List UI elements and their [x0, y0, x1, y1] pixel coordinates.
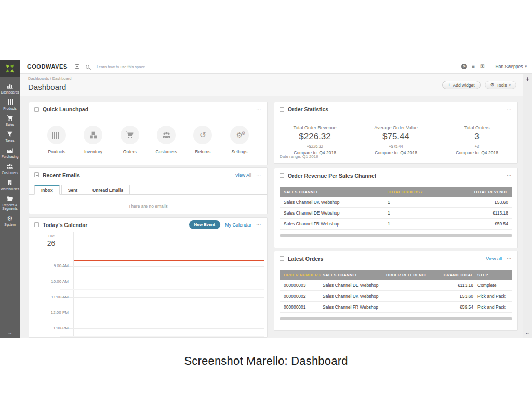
- sidebar-item-sales[interactable]: Sales: [0, 113, 20, 129]
- table-row[interactable]: 000000002 Sales Channel UK Webshop £53.6…: [280, 291, 512, 302]
- sidebar-item-warehouses[interactable]: Warehouses: [0, 177, 20, 193]
- time-label: 10:00 AM: [29, 279, 69, 284]
- gear-icon: ⚙: [490, 83, 495, 87]
- cart-icon: [6, 115, 14, 122]
- table-row[interactable]: Sales Channel DE Webshop 1 €113.18: [280, 208, 512, 219]
- column-order-reference[interactable]: ORDER REFERENCE: [386, 273, 438, 277]
- cell-step: Complete: [473, 283, 508, 288]
- column-total-orders[interactable]: TOTAL ORDERS▾: [388, 190, 466, 194]
- page-header: Dashboards / Dashboard Dashboard + Add w…: [20, 74, 523, 96]
- launchpad-item-customers[interactable]: Customers: [150, 126, 183, 154]
- cell-revenue: £53.60: [466, 200, 508, 205]
- widget-menu-icon[interactable]: ⋯: [507, 256, 512, 261]
- app-logo[interactable]: [0, 60, 20, 77]
- cell-channel: Sales Channel UK Webshop: [284, 200, 388, 205]
- launchpad-label: Customers: [156, 149, 177, 154]
- horizontal-scrollbar[interactable]: [280, 234, 512, 237]
- rail-add-icon[interactable]: +: [523, 76, 532, 82]
- widget-header: Order Statistics ⋯: [274, 102, 517, 116]
- table-row[interactable]: 000000001 Sales Channel FR Webshop €59.5…: [280, 302, 512, 313]
- launchpad-item-settings[interactable]: ⚙ Settings: [223, 126, 256, 154]
- column-total-revenue[interactable]: TOTAL REVENUE: [466, 190, 508, 194]
- sidebar-item-customers[interactable]: Customers: [0, 161, 20, 177]
- table-row[interactable]: Sales Channel UK Webshop 1 £53.60: [280, 197, 512, 208]
- sidebar-item-system[interactable]: ⚙ System: [0, 213, 20, 229]
- folder-icon: [6, 195, 14, 202]
- pinbar-icon[interactable]: [75, 64, 79, 69]
- view-all-link[interactable]: View all: [486, 256, 502, 261]
- collapse-icon[interactable]: [280, 173, 284, 178]
- widget-menu-icon[interactable]: ⋯: [507, 173, 512, 178]
- column-step[interactable]: STEP: [473, 273, 508, 277]
- tab-inbox[interactable]: Inbox: [34, 185, 60, 195]
- add-widget-label: Add widget: [453, 83, 475, 88]
- stat-label: Total Orders: [436, 125, 517, 130]
- collapse-icon[interactable]: [280, 256, 284, 261]
- navbar-right: ? ≡ ✉ Han Sweppes ▾: [461, 63, 527, 70]
- collapse-icon[interactable]: [34, 107, 39, 112]
- tools-button[interactable]: ⚙ Tools ▾: [485, 81, 516, 89]
- column-grand-total[interactable]: GRAND TOTAL: [438, 273, 473, 277]
- chevron-down-icon: ▾: [509, 83, 511, 87]
- widget-menu-icon[interactable]: ⋯: [256, 172, 262, 178]
- hour-line: [60, 297, 264, 298]
- help-icon[interactable]: ?: [461, 64, 467, 69]
- column-sales-channel[interactable]: SALES CHANNEL: [284, 190, 388, 194]
- stat-total-orders: Total Orders 3 +3 Compare to: Q4 2018: [436, 125, 517, 155]
- sidebar-item-reports-segments[interactable]: Reports & Segments: [0, 193, 20, 213]
- sidebar-item-label: Sales: [6, 123, 14, 126]
- widget-header: Today's Calendar New Event My Calendar ⋯: [29, 218, 267, 232]
- time-label: 11:00 AM: [29, 295, 69, 299]
- mail-icon[interactable]: ✉: [480, 64, 484, 69]
- collapse-icon[interactable]: [280, 107, 284, 112]
- tab-sent[interactable]: Sent: [61, 185, 84, 195]
- widget-menu-icon[interactable]: ⋯: [507, 107, 512, 112]
- rail-collapse-arrow-icon[interactable]: ←: [523, 329, 532, 335]
- my-calendar-link[interactable]: My Calendar: [225, 222, 251, 228]
- collapse-icon[interactable]: [34, 222, 39, 227]
- sidebar-item-purchasing[interactable]: Purchasing: [0, 145, 20, 161]
- table-row[interactable]: Sales Channel FR Webshop 1 €59.54: [280, 219, 512, 230]
- sidebar-item-label: Taxes: [6, 139, 15, 142]
- view-all-link[interactable]: View All: [235, 172, 251, 178]
- gear-icon: ⚙: [7, 215, 13, 222]
- tab-unread-emails[interactable]: Unread Emails: [86, 185, 130, 195]
- people-icon: [157, 126, 176, 144]
- plus-icon: +: [448, 83, 451, 88]
- launchpad-item-products[interactable]: Products: [40, 126, 73, 154]
- stat-delta: +$75.44: [355, 144, 436, 149]
- collapse-icon[interactable]: [34, 172, 39, 177]
- stat-average-order-value: Average Order Value $75.44 +$75.44 Compa…: [355, 125, 436, 155]
- launchpad-item-inventory[interactable]: Inventory: [76, 126, 110, 154]
- new-event-button[interactable]: New Event: [189, 220, 220, 229]
- slide-caption: Screenshot Marello: Dashboard: [0, 354, 532, 368]
- column-sales-channel[interactable]: SALES CHANNEL: [323, 273, 386, 277]
- barcode-icon: [47, 126, 66, 144]
- table-header: SALES CHANNEL TOTAL ORDERS▾ TOTAL REVENU…: [280, 187, 512, 197]
- hour-line: [60, 313, 264, 313]
- launchpad-label: Settings: [231, 149, 247, 154]
- add-widget-button[interactable]: + Add widget: [442, 81, 481, 89]
- tools-label: Tools: [497, 83, 507, 88]
- sidebar-item-taxes[interactable]: Taxes: [0, 129, 20, 145]
- user-menu[interactable]: Han Sweppes ▾: [496, 64, 527, 69]
- horizontal-scrollbar[interactable]: [280, 317, 512, 320]
- cell-orders: 1: [388, 200, 466, 205]
- sidebar-item-products[interactable]: Products: [0, 97, 20, 113]
- learn-link[interactable]: Learn how to use this space: [97, 64, 145, 69]
- table-row[interactable]: 000000003 Sales Channel DE Webshop €113.…: [280, 280, 512, 291]
- list-icon[interactable]: ≡: [472, 64, 475, 69]
- launchpad-item-orders[interactable]: Orders: [113, 126, 147, 154]
- sidebar-expand-arrow-icon[interactable]: →: [0, 329, 20, 335]
- widget-header: Quick Launchpad ⋯: [29, 102, 267, 116]
- search-icon[interactable]: [86, 65, 89, 69]
- returns-icon: ↺: [193, 126, 212, 144]
- widget-menu-icon[interactable]: ⋯: [256, 107, 262, 112]
- factory-icon: [6, 147, 14, 154]
- widget-menu-icon[interactable]: ⋯: [256, 222, 262, 228]
- calendar-column-divider: [73, 232, 74, 337]
- sidebar-item-dashboards[interactable]: Dashboards: [0, 81, 20, 97]
- brand-logo-text[interactable]: GOODWAVES: [27, 63, 68, 70]
- column-order-number[interactable]: ORDER NUMBER▾: [284, 273, 323, 277]
- launchpad-item-returns[interactable]: ↺ Returns: [186, 126, 219, 154]
